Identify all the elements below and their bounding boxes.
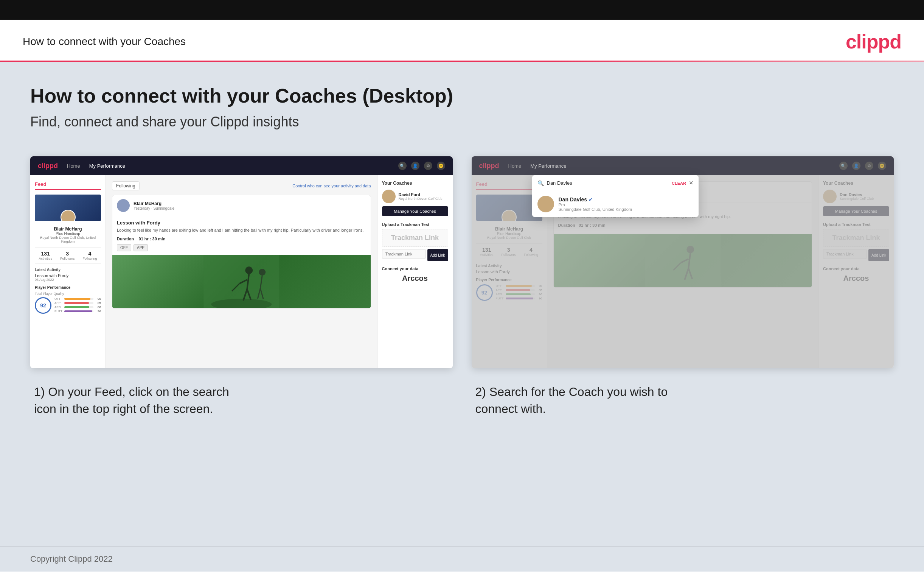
latest-activity-label: Latest Activity [35, 268, 101, 272]
stat-activities: 131 Activities [39, 250, 52, 260]
page-title: How to connect with your Coaches [23, 36, 186, 48]
activity-name: Lesson with Fordy [35, 273, 101, 278]
screenshots-row: clippd Home My Performance 🔍 👤 ⚙ 😊 Feed [30, 156, 894, 425]
bar-ott: OTT 90 [55, 297, 101, 300]
search-close-button[interactable]: × [689, 179, 693, 187]
profile-icon[interactable]: 👤 [411, 162, 419, 170]
bar-app: APP 85 [55, 301, 101, 305]
result-name-row: Dan Davies ✔ [558, 196, 632, 203]
verified-icon: ✔ [589, 197, 593, 203]
result-info: Dan Davies ✔ Pro Sunningdale Golf Club, … [558, 196, 632, 212]
lesson-header: Blair McHarg Yesterday · Sunningdale [112, 195, 371, 216]
app-nav-left: clippd Home My Performance 🔍 👤 ⚙ 😊 [30, 156, 453, 175]
coach-avatar [382, 190, 396, 203]
step2-description: 2) Search for the Coach you wish to conn… [472, 368, 894, 425]
following-value: 4 [83, 250, 97, 257]
following-row: Following Control who can see your activ… [112, 181, 371, 190]
lesson-duration: Duration 01 hr : 30 min [117, 237, 366, 241]
search-icon-overlay: 🔍 [537, 180, 544, 186]
footer: Copyright Clippd 2022 [0, 546, 924, 572]
result-avatar [537, 196, 554, 212]
feed-area-left: Following Control who can see your activ… [106, 175, 377, 368]
search-query-text[interactable]: Dan Davies [547, 180, 669, 186]
perf-circle-row: 92 OTT 90 APP [35, 297, 101, 314]
activity-date: 03 Aug 2022 [35, 278, 101, 282]
bar-putt: PUTT 96 [55, 310, 101, 313]
duration-label: Duration [117, 237, 134, 241]
app-button[interactable]: APP [134, 244, 148, 251]
main-heading: How to connect with your Coaches (Deskto… [30, 84, 894, 107]
feed-tab[interactable]: Feed [35, 181, 101, 190]
search-clear-button[interactable]: CLEAR [672, 181, 686, 185]
result-club: Sunningdale Golf Club, United Kingdom [558, 207, 632, 212]
perf-score: 92 [35, 297, 52, 314]
coach-club: Royal North Devon Golf Club [399, 197, 443, 201]
header: How to connect with your Coaches clippd [0, 19, 924, 60]
nav-my-performance[interactable]: My Performance [89, 163, 125, 169]
step1-text: 1) On your Feed, click on the search ico… [34, 385, 229, 416]
svg-point-2 [245, 266, 252, 274]
top-bar [0, 0, 924, 19]
copyright-text: Copyright Clippd 2022 [30, 554, 113, 563]
connect-title: Connect your data [382, 266, 448, 271]
coach-info: David Ford Royal North Devon Golf Club [399, 192, 443, 201]
player-performance: Player Performance Total Player Quality … [35, 286, 101, 314]
profile-name: Blair McHarg [35, 226, 101, 232]
arccos-label: Arccos [382, 274, 448, 283]
screenshot-block-left: clippd Home My Performance 🔍 👤 ⚙ 😊 Feed [30, 156, 453, 425]
coaches-title: Your Coaches [382, 180, 448, 186]
following-button[interactable]: Following [112, 181, 139, 190]
search-icon[interactable]: 🔍 [398, 162, 406, 170]
search-result[interactable]: Dan Davies ✔ Pro Sunningdale Golf Club, … [532, 191, 699, 217]
result-role: Pro [558, 203, 632, 207]
following-label: Following [83, 257, 97, 260]
trackman-section: Upload a Trackman Test Trackman Link Add… [382, 222, 448, 261]
manage-coaches-button[interactable]: Manage Your Coaches [382, 206, 448, 216]
lesson-actions: OFF APP [117, 244, 366, 251]
lesson-body: Lesson with Fordy Looking to feel like m… [112, 216, 371, 255]
trackman-title: Upload a Trackman Test [382, 222, 448, 227]
clippd-logo: clippd [846, 30, 901, 53]
player-perf-title: Player Performance [35, 286, 101, 289]
trackman-input[interactable] [382, 249, 426, 259]
trackman-label: Trackman Link [382, 229, 448, 247]
lesson-text: Looking to feel like my hands are exitin… [117, 227, 366, 234]
search-bar: 🔍 Dan Davies CLEAR × [532, 175, 699, 191]
lesson-user-info: Blair McHarg Yesterday · Sunningdale [134, 201, 174, 211]
stat-followers: 3 Followers [60, 250, 75, 260]
followers-value: 3 [60, 250, 75, 257]
lesson-image [112, 255, 371, 308]
bar-arg: ARG 86 [55, 305, 101, 309]
nav-icons: 🔍 👤 ⚙ 😊 [398, 162, 445, 170]
app-logo-left: clippd [38, 162, 58, 170]
coach-name: David Ford [399, 192, 443, 197]
profile-club: Royal North Devon Golf Club, United King… [35, 236, 101, 244]
profile-handicap: Plus Handicap [35, 232, 101, 236]
lesson-card: Blair McHarg Yesterday · Sunningdale Les… [112, 195, 371, 308]
perf-bars: OTT 90 APP 85 [55, 297, 101, 314]
settings-icon[interactable]: ⚙ [424, 162, 432, 170]
profile-cover [35, 195, 101, 221]
nav-home[interactable]: Home [67, 163, 80, 169]
lesson-user-name: Blair McHarg [134, 201, 174, 206]
golf-image-placeholder [112, 255, 371, 308]
activities-value: 131 [39, 250, 52, 257]
main-content: How to connect with your Coaches (Deskto… [0, 62, 924, 546]
step2-text: 2) Search for the Coach you wish to conn… [476, 385, 668, 416]
avatar-icon[interactable]: 😊 [437, 162, 445, 170]
screenshot-frame-left: clippd Home My Performance 🔍 👤 ⚙ 😊 Feed [30, 156, 453, 368]
coach-item: David Ford Royal North Devon Golf Club [382, 190, 448, 203]
activities-label: Activities [39, 257, 52, 260]
stat-following: 4 Following [83, 250, 97, 260]
result-name: Dan Davies [558, 196, 587, 203]
add-link-button[interactable]: Add Link [427, 249, 448, 261]
main-subheading: Find, connect and share your Clippd insi… [30, 114, 894, 130]
off-button[interactable]: OFF [117, 244, 131, 251]
screenshot-block-right: clippd Home My Performance 🔍 👤 ⚙ 😊 Feed [472, 156, 894, 425]
total-player-quality: Total Player Quality [35, 292, 101, 295]
svg-point-8 [259, 269, 265, 276]
duration-value: 01 hr : 30 min [138, 237, 165, 241]
control-link[interactable]: Control who can see your activity and da… [292, 183, 371, 188]
trackman-row: Add Link [382, 249, 448, 261]
screenshot-frame-right: clippd Home My Performance 🔍 👤 ⚙ 😊 Feed [472, 156, 894, 368]
